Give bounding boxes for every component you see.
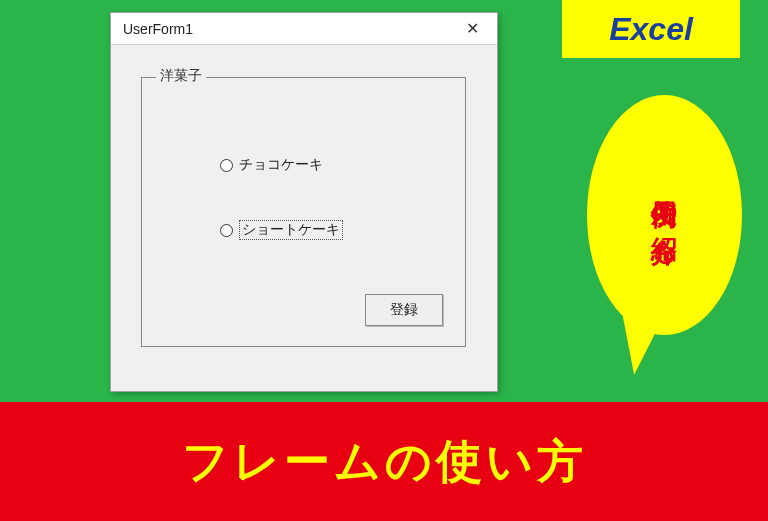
window-title: UserForm1 [123,21,193,37]
userform-window: UserForm1 ✕ 洋菓子 チョコケーキ ショートケーキ 登録 [110,12,498,392]
submit-button-label: 登録 [390,301,418,319]
radio-option-1[interactable]: チョコケーキ [220,156,323,174]
speech-bubble: 使用例の紹介も [587,95,742,375]
close-icon[interactable]: ✕ [457,19,487,38]
userform-titlebar: UserForm1 ✕ [111,13,497,45]
excel-badge-text: Excel [609,11,693,48]
radio-icon [220,159,233,172]
red-banner: フレームの使い方 [0,402,768,521]
radio-icon [220,224,233,237]
frame-group: 洋菓子 チョコケーキ ショートケーキ 登録 [141,77,466,347]
frame-legend: 洋菓子 [156,67,206,85]
radio-label-2: ショートケーキ [239,220,343,240]
banner-text: フレームの使い方 [182,431,587,493]
submit-button[interactable]: 登録 [365,294,443,326]
radio-label-1: チョコケーキ [239,156,323,174]
radio-option-2[interactable]: ショートケーキ [220,220,343,240]
bubble-text: 使用例の紹介も [587,127,742,305]
excel-badge: Excel [562,0,740,58]
userform-body: 洋菓子 チョコケーキ ショートケーキ 登録 [111,45,497,393]
